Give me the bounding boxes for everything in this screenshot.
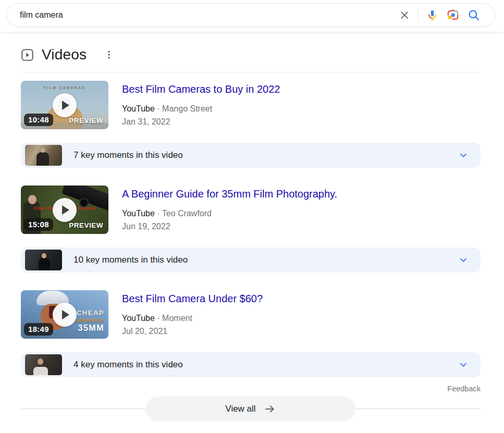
search-submit-button[interactable] xyxy=(463,5,484,26)
play-button-overlay xyxy=(53,303,77,327)
video-channel: Teo Crawford xyxy=(162,209,212,218)
video-date: Jan 31, 2022 xyxy=(122,117,280,127)
thumbnail-art xyxy=(41,148,45,153)
video-source-line: YouTube · Teo Crawford xyxy=(122,209,337,218)
chevron-down-icon[interactable] xyxy=(458,359,469,370)
view-all-label: View all xyxy=(225,404,255,414)
clear-search-button[interactable] xyxy=(394,5,415,26)
thumbnail-art xyxy=(42,253,46,258)
source-separator: · xyxy=(157,104,159,113)
key-moments-label: 7 key moments in this video xyxy=(73,150,183,160)
video-date: Jun 19, 2022 xyxy=(122,222,337,231)
google-video-results-page: Videos FILM CAMERAS 10:48 xyxy=(0,0,504,433)
video-info: Best Film Camera Under $60? YouTube · Mo… xyxy=(122,290,263,339)
search-actions xyxy=(394,5,495,26)
results-content: Videos FILM CAMERAS 10:48 xyxy=(0,46,504,422)
duration-badge: 15:08 xyxy=(24,218,53,231)
videos-icon xyxy=(21,48,34,61)
video-info: Best Film Cameras to Buy in 2022 YouTube… xyxy=(122,81,280,129)
video-channel: Moment xyxy=(162,314,192,323)
video-thumbnail-2[interactable]: Film Photography Tutorial 15:08 PREVIEW xyxy=(21,185,108,234)
searchbar-divider xyxy=(418,8,419,22)
key-moments-bar-2[interactable]: 10 key moments in this video xyxy=(21,248,481,273)
key-moments-thumbnail xyxy=(25,354,62,375)
feedback-link[interactable]: Feedback xyxy=(447,385,481,393)
view-all-section: View all xyxy=(21,397,481,422)
three-dot-menu-icon xyxy=(104,50,114,59)
duration-badge: 18:49 xyxy=(24,323,53,336)
video-result-1: FILM CAMERAS 10:48 PREVIEW Best Film Cam… xyxy=(21,81,481,129)
key-moments-thumbnail xyxy=(25,250,62,270)
key-moments-label: 4 key moments in this video xyxy=(73,360,183,370)
google-lens-button[interactable] xyxy=(442,5,463,26)
search-input[interactable] xyxy=(7,10,394,20)
camera-lens-icon xyxy=(446,8,460,22)
search-bar[interactable] xyxy=(6,3,495,27)
source-separator: · xyxy=(157,209,159,218)
key-moments-bar-1[interactable]: 7 key moments in this video xyxy=(21,143,481,168)
video-info: A Beginner Guide for 35mm Film Photograp… xyxy=(122,185,337,234)
video-title-link[interactable]: Best Film Camera Under $60? xyxy=(122,292,263,305)
videos-section-header: Videos xyxy=(21,46,481,64)
video-title-link[interactable]: A Beginner Guide for 35mm Film Photograp… xyxy=(122,187,337,201)
page-title: Videos xyxy=(42,46,87,63)
thumbnail-caption: CHEAP xyxy=(77,309,104,317)
thumbnail-art xyxy=(38,358,43,365)
video-source: YouTube xyxy=(122,314,155,323)
play-button-overlay xyxy=(53,93,77,117)
play-icon xyxy=(62,310,69,319)
play-icon xyxy=(62,101,69,110)
search-icon xyxy=(467,8,481,22)
section-menu-button[interactable] xyxy=(102,48,116,61)
preview-label: PREVIEW xyxy=(69,221,103,229)
voice-search-button[interactable] xyxy=(422,5,442,26)
right-arrow-icon xyxy=(264,403,276,415)
video-source: YouTube xyxy=(122,104,155,113)
chevron-down-icon[interactable] xyxy=(458,254,469,266)
thumbnail-art xyxy=(39,258,50,270)
key-moments-thumbnail xyxy=(25,145,62,166)
close-icon xyxy=(398,9,411,21)
video-thumbnail-1[interactable]: FILM CAMERAS 10:48 PREVIEW xyxy=(21,81,108,129)
search-header xyxy=(0,0,504,32)
video-channel: Mango Street xyxy=(162,104,212,113)
section-divider xyxy=(21,72,481,72)
video-source: YouTube xyxy=(122,209,155,218)
thumbnail-art xyxy=(36,152,49,166)
video-result-2: Film Photography Tutorial 15:08 PREVIEW … xyxy=(21,185,481,234)
video-source-line: YouTube · Moment xyxy=(122,314,263,323)
chevron-down-icon[interactable] xyxy=(458,150,469,161)
thumbnail-caption: 35MM xyxy=(78,324,104,333)
feedback-row: Feedback xyxy=(21,384,481,393)
thumbnail-art xyxy=(33,367,48,375)
preview-label: PREVIEW xyxy=(69,117,103,125)
thumbnail-caption: FILM CAMERAS xyxy=(21,86,108,90)
video-title-link[interactable]: Best Film Cameras to Buy in 2022 xyxy=(122,82,280,96)
video-result-3: CHEAP UNDERRATED 35MM 18:49 Best Film Ca… xyxy=(21,290,481,339)
video-source-line: YouTube · Mango Street xyxy=(122,104,280,114)
duration-badge: 10:48 xyxy=(24,114,53,126)
video-thumbnail-3[interactable]: CHEAP UNDERRATED 35MM 18:49 xyxy=(21,290,108,339)
play-icon xyxy=(62,205,69,215)
video-date: Jul 20, 2021 xyxy=(122,327,263,336)
microphone-icon xyxy=(426,9,439,22)
view-all-button[interactable]: View all xyxy=(146,397,356,422)
thumbnail-art xyxy=(28,195,36,204)
key-moments-label: 10 key moments in this video xyxy=(73,255,188,265)
key-moments-bar-3[interactable]: 4 key moments in this video xyxy=(21,352,481,377)
play-button-overlay xyxy=(53,198,77,222)
source-separator: · xyxy=(157,314,159,323)
